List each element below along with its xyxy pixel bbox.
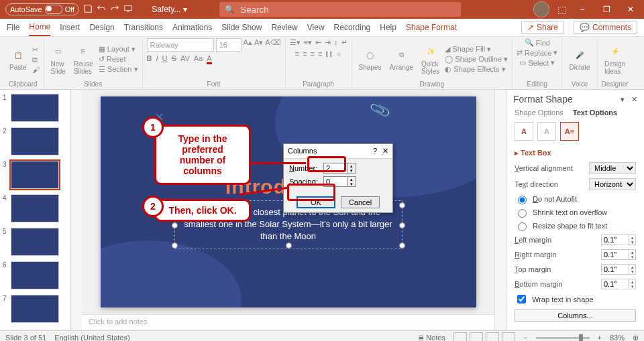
numbering-icon[interactable]: ≡▾ [304,38,312,47]
reset-button[interactable]: ↺ Reset [99,55,138,64]
slide-thumbnail[interactable] [11,295,59,323]
resize-handle[interactable] [172,243,178,249]
bullets-icon[interactable]: ☰▾ [290,38,301,47]
valign-select[interactable]: Middle [589,162,636,174]
select-button[interactable]: ▭ Select ▾ [519,58,555,67]
wrap-checkbox[interactable] [517,295,526,303]
decrease-font-icon[interactable]: A▾ [254,38,263,52]
tab-transitions[interactable]: Transitions [124,19,163,36]
shapes-button[interactable]: ◯Shapes [356,46,384,72]
notes-toggle[interactable]: ≣ Notes [418,334,445,342]
zoom-out-button[interactable]: − [523,334,527,341]
autofit-shrink-radio[interactable] [518,209,527,218]
save-icon[interactable] [83,4,93,15]
top-margin-input[interactable] [601,264,629,275]
copy-icon[interactable]: ⧉ [32,56,40,64]
cut-icon[interactable]: ✂ [32,46,40,54]
strike-button[interactable]: S [172,54,176,64]
underline-button[interactable]: U [162,54,168,64]
resize-handle[interactable] [286,243,292,249]
dictate-button[interactable]: 🎤Dictate [566,46,592,72]
font-size-input[interactable]: 16 [216,38,241,52]
tab-view[interactable]: View [307,19,325,36]
search-input[interactable] [239,4,455,15]
clear-format-icon[interactable]: A⌫ [265,38,280,52]
zoom-in-button[interactable]: + [598,334,602,341]
search-box[interactable]: 🔍 [219,2,461,17]
tab-shape-format[interactable]: Shape Format [406,19,457,36]
spin-up-icon[interactable]: ▴ [629,235,635,240]
dialog-help-button[interactable]: ? [373,147,377,155]
line-spacing-icon[interactable]: ↕ [334,38,338,47]
restore-button[interactable]: ❐ [598,5,614,14]
pane-dropdown-icon[interactable]: ▾ [621,95,625,104]
autosave-toggle[interactable]: AutoSave Off [5,3,79,15]
justify-icon[interactable]: ≡ [318,50,322,58]
pane-close-button[interactable]: ✕ [631,95,637,104]
right-margin-input[interactable] [601,249,629,260]
start-slideshow-icon[interactable] [123,4,133,15]
bold-button[interactable]: B [147,54,152,64]
tab-design[interactable]: Design [89,19,114,36]
language-indicator[interactable]: English (United States) [54,334,130,341]
smartart-icon[interactable]: ⟐ [337,50,341,58]
fit-to-window-button[interactable]: ⊕ [633,334,639,342]
tab-review[interactable]: Review [271,19,297,36]
resize-handle[interactable] [172,222,178,228]
paste-button[interactable]: 📋 Paste [7,46,30,72]
user-avatar[interactable] [533,1,549,17]
text-direction-icon[interactable]: ↵ [341,38,347,47]
font-color-button[interactable]: A [207,54,211,64]
spin-up-icon[interactable]: ▴ [347,163,356,168]
dialog-close-button[interactable]: ✕ [382,147,388,155]
autofit-resize-radio[interactable] [518,222,527,231]
arrange-button[interactable]: ⧉Arrange [386,46,416,72]
tab-slideshow[interactable]: Slide Show [221,19,262,36]
slide-thumbnail[interactable] [11,161,59,189]
find-button[interactable]: 🔍 Find [525,38,550,47]
layout-button[interactable]: ▦ Layout ▾ [99,45,138,54]
tab-insert[interactable]: Insert [60,19,80,36]
italic-button[interactable]: I [156,54,158,64]
normal-view-button[interactable] [453,332,467,341]
spin-up-icon[interactable]: ▴ [629,279,635,284]
spin-up-icon[interactable]: ▴ [347,177,356,182]
text-effects-tab-icon[interactable]: A [537,122,556,141]
quick-styles-button[interactable]: ✨Quick Styles [419,43,442,76]
slide-thumbnail[interactable] [11,127,59,155]
columns-icon[interactable]: ⫿⫿ [325,50,333,58]
tab-animations[interactable]: Animations [172,19,212,36]
slide-thumbnail[interactable] [11,261,59,289]
slide-thumbnail[interactable] [11,94,59,122]
shape-outline-button[interactable]: ◯ Shape Outline ▾ [445,55,508,64]
text-direction-select[interactable]: Horizontal [589,178,636,190]
new-slide-button[interactable]: ▭ New Slide [48,43,68,76]
textbox-tab-icon[interactable]: A≡ [560,122,579,141]
reuse-slides-button[interactable]: ⎘ Reuse Slides [71,43,96,76]
spin-up-icon[interactable]: ▴ [629,265,635,269]
slide-thumbnail[interactable] [11,228,59,256]
document-name[interactable]: Safety... ▾ [152,5,187,14]
zoom-level[interactable]: 83% [610,334,625,341]
spin-down-icon[interactable]: ▾ [629,269,635,274]
comments-button[interactable]: 💬Comments [574,21,637,34]
shape-options-tab[interactable]: Shape Options [515,109,564,117]
left-margin-input[interactable] [601,234,629,245]
redo-icon[interactable] [110,4,119,15]
increase-font-icon[interactable]: A▴ [244,38,252,52]
undo-icon[interactable] [97,4,106,15]
textbox-section[interactable]: ▸ Text Box [506,146,644,160]
shape-fill-button[interactable]: ◢ Shape Fill ▾ [445,45,508,54]
sorter-view-button[interactable] [470,332,483,341]
bottom-margin-input[interactable] [601,279,629,289]
reading-view-button[interactable] [486,332,499,341]
format-painter-icon[interactable]: 🖌 [32,66,40,74]
spin-down-icon[interactable]: ▾ [347,182,356,186]
spin-up-icon[interactable]: ▴ [629,250,635,255]
tab-home[interactable]: Home [29,19,50,36]
cancel-button[interactable]: Cancel [341,196,380,208]
shape-effects-button[interactable]: ◐ Shape Effects ▾ [445,65,508,74]
spin-down-icon[interactable]: ▾ [347,168,356,173]
align-center-icon[interactable]: ≡ [303,50,307,58]
align-left-icon[interactable]: ≡ [295,50,299,58]
